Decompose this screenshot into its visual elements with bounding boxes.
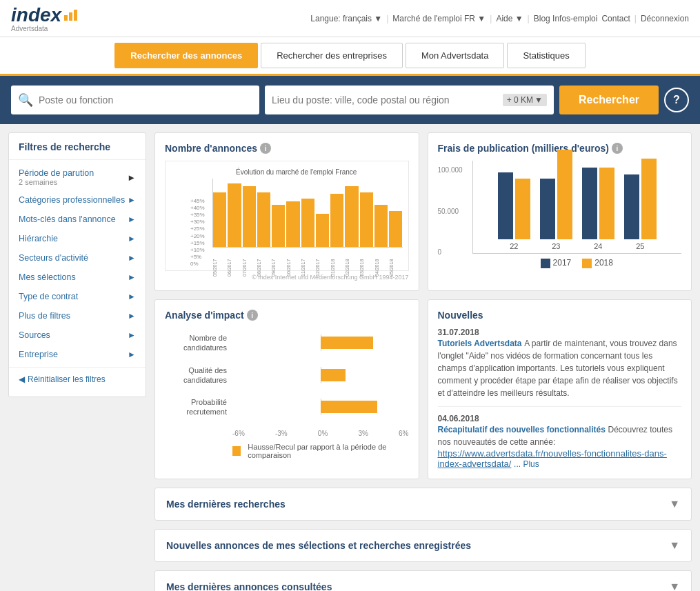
sidebar-arrow-hierarchie: ► xyxy=(128,234,136,243)
chart1-bars xyxy=(212,179,403,248)
analyse-row-qualite: Qualité des candidatures xyxy=(165,365,409,385)
analyse-info-icon[interactable]: i xyxy=(247,310,258,321)
sidebar-arrow-secteurs: ► xyxy=(128,253,136,263)
sidebar-item-hierarchie[interactable]: Hiérarchie ► xyxy=(9,229,146,248)
sidebar-item-hierarchie-label: Hiérarchie xyxy=(19,234,58,243)
search-button[interactable]: Rechercher xyxy=(559,86,659,114)
analyse-chart: Nombre de candidatures Qualité des candi… xyxy=(165,328,409,465)
sidebar-divider xyxy=(9,367,146,368)
legend-2018-dot xyxy=(582,259,592,268)
annonces-info-icon[interactable]: i xyxy=(260,143,271,154)
analyse-legend: Hausse/Recul par rapport à la période de… xyxy=(165,443,409,459)
nav-rechercher-annonces[interactable]: Rechercher des annonces xyxy=(114,43,258,68)
top-links: Langue: français ▼ | Marché de l'emploi … xyxy=(310,14,689,23)
analyse-row-recrutement: Probabilité recrutement xyxy=(165,397,409,417)
sep4: Contact xyxy=(601,14,630,23)
search-icon: 🔍 xyxy=(18,92,33,108)
analyse-bar-3 xyxy=(321,401,377,413)
frais-info-icon[interactable]: i xyxy=(612,143,623,154)
panel-analyse: Analyse d'impact i Nombre de candidature… xyxy=(154,299,419,479)
chart1-yaxis: 0% +5% +10% +15% +20% +25% +30% +35% +40… xyxy=(190,198,205,267)
bar-22-2017 xyxy=(498,172,513,239)
row-charts: Nombre d'annonces i Évolution du marché … xyxy=(154,132,692,291)
sidebar-item-sources[interactable]: Sources ► xyxy=(9,325,146,345)
logo-bar-3 xyxy=(74,10,77,21)
chart1-xlabels: 05/2017 06/2017 07/2017 08/2017 09/2017 … xyxy=(212,257,403,278)
blog-link[interactable]: Blog Infos-emploi xyxy=(534,14,598,23)
analyse-bar-container-1 xyxy=(232,334,409,351)
marche-link[interactable]: Marché de l'emploi FR ▼ xyxy=(392,14,486,23)
news-title-1: Tutoriels Advertsdata xyxy=(438,339,522,348)
sidebar-item-periode-sub: 2 semaines xyxy=(19,178,94,186)
sidebar-item-plus[interactable]: Plus de filtres ► xyxy=(9,306,146,325)
reset-icon: ◀ xyxy=(19,374,25,384)
logo-index: index xyxy=(11,4,61,26)
chart2-group-22: 22 xyxy=(498,172,530,250)
nav-mon-advertsdata[interactable]: Mon Advertsdata xyxy=(406,43,505,68)
langue-link[interactable]: Langue: français ▼ xyxy=(310,14,382,23)
bar-5 xyxy=(272,205,285,247)
sidebar-item-periode[interactable]: Période de parution 2 semaines ► xyxy=(9,164,146,190)
bar-2 xyxy=(228,183,241,247)
chevron-3: ▼ xyxy=(669,581,680,591)
location-input[interactable] xyxy=(272,94,500,106)
analyse-label-1: Nombre de candidatures xyxy=(165,333,227,353)
sep2: | xyxy=(490,14,492,23)
chart1-title: Évolution du marché de l'emploi France xyxy=(190,168,403,176)
collapsible-dernieres-recherches[interactable]: Mes dernières recherches ▼ xyxy=(154,488,692,521)
chart2-group-24: 24 xyxy=(582,168,614,250)
bar-25-2018 xyxy=(641,159,657,239)
main-layout: Filtres de recherche Période de parution… xyxy=(0,124,700,591)
chart2-yaxis: 100.000 50.000 0 xyxy=(438,166,463,256)
news-date-1: 31.07.2018 xyxy=(438,328,682,337)
job-input[interactable] xyxy=(39,94,252,106)
sidebar-item-mots-cles[interactable]: Mots-clés dans l'annonce ► xyxy=(9,210,146,229)
news-more-2[interactable]: ... Plus xyxy=(514,459,539,469)
collapsible-dernieres-consultees[interactable]: Mes dernières annonces consultées ▼ xyxy=(154,570,692,591)
chart2-bars-area: 22 23 xyxy=(472,161,682,254)
sidebar-item-categories[interactable]: Catégories professionnelles ► xyxy=(9,190,146,210)
sidebar-item-secteurs-label: Secteurs d'activité xyxy=(19,253,88,263)
reset-filters[interactable]: ◀ Réinitialiser les filtres xyxy=(9,370,146,388)
bar-12 xyxy=(374,205,388,247)
chart1-container: Évolution du marché de l'emploi France 0… xyxy=(165,161,409,271)
reset-label: Réinitialiser les filtres xyxy=(28,374,106,384)
sidebar: Filtres de recherche Période de parution… xyxy=(8,132,146,397)
bar-24-2018 xyxy=(599,168,614,239)
help-button[interactable]: ? xyxy=(664,88,689,112)
sidebar-item-secteurs[interactable]: Secteurs d'activité ► xyxy=(9,248,146,268)
analyse-bar-2 xyxy=(321,369,346,381)
chart2-group-25: 25 xyxy=(624,159,657,250)
sep5: | xyxy=(634,14,637,23)
collapsible-nouvelles-annonces[interactable]: Nouvelles annonces de mes sélections et … xyxy=(154,529,692,562)
sidebar-item-selections[interactable]: Mes sélections ► xyxy=(9,268,146,287)
sidebar-item-periode-label: Période de parution xyxy=(19,168,94,178)
sep3: | xyxy=(528,14,530,23)
chart2-container: 100.000 50.000 0 22 xyxy=(438,161,682,268)
news-date-2: 04.06.2018 xyxy=(438,414,682,423)
panel-frais: Frais de publication (milliers d'euros) … xyxy=(428,132,692,291)
sidebar-item-entreprise[interactable]: Entreprise ► xyxy=(9,345,146,364)
collapsible-label-3: Mes dernières annonces consultées xyxy=(166,581,332,591)
news-link-2[interactable]: https://www.advertsdata.fr/nouvelles-fon… xyxy=(438,448,667,469)
sidebar-item-contrat[interactable]: Type de contrat ► xyxy=(9,287,146,306)
analyse-bar-container-3 xyxy=(232,399,409,415)
km-badge[interactable]: + 0 KM ▼ xyxy=(503,94,547,106)
nav-bar: Rechercher des annonces Rechercher des e… xyxy=(0,37,700,76)
top-nav: index Advertsdata Langue: français ▼ | M… xyxy=(0,0,700,37)
sidebar-item-plus-label: Plus de filtres xyxy=(19,311,70,321)
row-analyse-nouvelles: Analyse d'impact i Nombre de candidature… xyxy=(154,299,692,479)
nav-rechercher-entreprises[interactable]: Rechercher des entreprises xyxy=(261,43,403,68)
logo-bar-1 xyxy=(64,15,68,21)
aide-link[interactable]: Aide ▼ xyxy=(496,14,523,23)
analyse-row-candidatures: Nombre de candidatures xyxy=(165,333,409,353)
deconnexion-link[interactable]: Déconnexion xyxy=(641,14,689,23)
nav-statistiques[interactable]: Statistiques xyxy=(507,43,585,68)
sidebar-arrow-selections: ► xyxy=(128,272,136,282)
panel-analyse-title: Analyse d'impact i xyxy=(165,310,409,321)
search-field-wrap: 🔍 xyxy=(11,86,259,114)
sidebar-item-mots-cles-label: Mots-clés dans l'annonce xyxy=(19,214,116,224)
analyse-bar-container-2 xyxy=(232,367,409,383)
panel-nouvelles: Nouvelles 31.07.2018 Tutoriels Advertsda… xyxy=(428,299,692,479)
logo-sub: Advertsdata xyxy=(11,25,77,32)
